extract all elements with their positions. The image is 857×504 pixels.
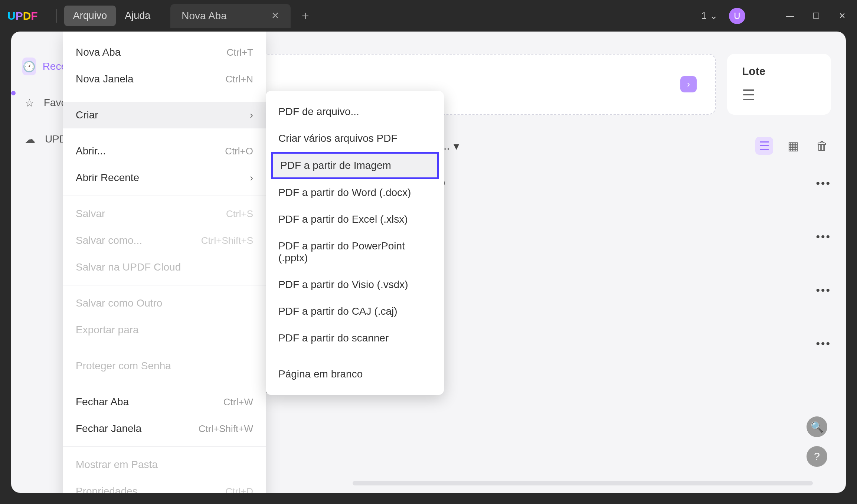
chevron-down-icon: ⌄	[710, 10, 718, 22]
menu-item-exportar: Exportar para	[63, 317, 266, 343]
divider	[764, 9, 764, 23]
more-icon[interactable]: •••	[816, 177, 831, 190]
menu-item-nova-aba[interactable]: Nova Aba Ctrl+T	[63, 39, 266, 66]
sidebar-item-recent[interactable]: 🕐 Rece	[22, 58, 67, 75]
more-icon[interactable]: •••	[816, 337, 831, 350]
submenu-pagina-branco[interactable]: Página em branco	[266, 361, 444, 387]
cloud-icon: ☁	[22, 130, 38, 148]
help-icon: ?	[814, 451, 820, 462]
batch-card[interactable]: Lote ☰	[727, 54, 831, 115]
shortcut: Ctrl+O	[225, 145, 253, 157]
separator	[63, 133, 266, 133]
indicator-dot	[11, 91, 16, 95]
more-icon[interactable]: •••	[816, 230, 831, 243]
batch-title: Lote	[742, 65, 816, 78]
submenu-pdf-powerpoint[interactable]: PDF a partir do PowerPoint (.pptx)	[266, 233, 444, 271]
file-menu-dropdown: Nova Aba Ctrl+T Nova Janela Ctrl+N Criar…	[63, 32, 266, 493]
chevron-down-icon: ▾	[454, 140, 459, 153]
shortcut: Ctrl+Shift+S	[201, 235, 253, 246]
separator	[273, 356, 436, 356]
clock-icon: 🕐	[22, 58, 36, 75]
separator	[63, 97, 266, 97]
divider	[56, 9, 57, 23]
menu-item-salvar-como: Salvar como... Ctrl+Shift+S	[63, 227, 266, 254]
view-grid-button[interactable]: ▦	[784, 137, 802, 155]
submenu-varios-pdf[interactable]: Criar vários arquivos PDF	[266, 125, 444, 152]
menu-item-propriedades: Propriedades... Ctrl+D	[63, 478, 266, 493]
titlebar: UPDF Arquivo Ajuda Nova Aba ✕ + 1 ⌄ U — …	[0, 0, 857, 32]
menu-item-proteger: Proteger com Senha	[63, 353, 266, 379]
close-icon[interactable]: ✕	[271, 10, 279, 22]
submenu-pdf-caj[interactable]: PDF a partir do CAJ (.caj)	[266, 298, 444, 325]
menu-item-salvar-cloud: Salvar na UPDF Cloud	[63, 254, 266, 281]
menu-item-salvar: Salvar Ctrl+S	[63, 200, 266, 227]
menu-item-fechar-janela[interactable]: Fechar Janela Ctrl+Shift+W	[63, 415, 266, 442]
shortcut: Ctrl+Shift+W	[199, 423, 253, 435]
arrow-right-icon: ›	[680, 76, 697, 92]
shortcut: Ctrl+D	[226, 486, 253, 493]
menu-item-criar[interactable]: Criar ›	[63, 102, 266, 128]
separator	[63, 348, 266, 348]
star-icon: ☆	[22, 94, 37, 112]
app-logo: UPDF	[7, 10, 38, 22]
submenu-pdf-word[interactable]: PDF a partir do Word (.docx)	[266, 179, 444, 206]
submenu-pdf-excel[interactable]: PDF a partir do Excel (.xlsx)	[266, 206, 444, 233]
sidebar-item-favorites[interactable]: ☆ Favo	[22, 94, 67, 112]
maximize-button[interactable]: ☐	[809, 11, 824, 21]
menu-item-abrir-recente[interactable]: Abrir Recente ›	[63, 164, 266, 191]
more-icon[interactable]: •••	[816, 284, 831, 297]
menu-item-fechar-aba[interactable]: Fechar Aba Ctrl+W	[63, 389, 266, 415]
menu-item-mostrar-pasta: Mostrar em Pasta	[63, 451, 266, 478]
shortcut: Ctrl+W	[223, 396, 253, 408]
submenu-pdf-visio[interactable]: PDF a partir do Visio (.vsdx)	[266, 271, 444, 298]
chevron-right-icon: ›	[250, 109, 253, 121]
separator	[63, 446, 266, 447]
stack-icon: ☰	[742, 86, 816, 104]
shortcut: Ctrl+N	[226, 73, 253, 85]
criar-submenu: PDF de arquivo... Criar vários arquivos …	[266, 91, 444, 395]
menu-arquivo[interactable]: Arquivo	[64, 6, 116, 26]
submenu-pdf-scanner[interactable]: PDF a partir do scanner	[266, 325, 444, 351]
menu-item-nova-janela[interactable]: Nova Janela Ctrl+N	[63, 66, 266, 92]
search-fab[interactable]: 🔍	[807, 416, 827, 437]
separator	[63, 285, 266, 285]
horizontal-scrollbar[interactable]	[353, 481, 813, 485]
window-count-dropdown[interactable]: 1 ⌄	[701, 10, 718, 22]
sidebar-item-updf[interactable]: ☁ UPD	[22, 130, 67, 148]
help-fab[interactable]: ?	[807, 446, 827, 467]
delete-button[interactable]: 🗑	[813, 137, 831, 155]
shortcut: Ctrl+S	[226, 208, 253, 220]
minimize-button[interactable]: —	[783, 11, 798, 21]
separator	[63, 196, 266, 196]
tab-label: Nova Aba	[181, 10, 226, 22]
chevron-right-icon: ›	[250, 172, 253, 184]
shortcut: Ctrl+T	[227, 47, 253, 58]
user-avatar[interactable]: U	[729, 8, 745, 24]
menu-item-salvar-outro: Salvar como Outro	[63, 290, 266, 317]
menu-ajuda[interactable]: Ajuda	[116, 6, 159, 26]
view-list-button[interactable]: ☰	[755, 137, 773, 155]
menu-item-abrir[interactable]: Abrir... Ctrl+O	[63, 138, 266, 164]
separator	[63, 384, 266, 384]
add-tab-button[interactable]: +	[302, 9, 309, 23]
close-button[interactable]: ✕	[835, 11, 850, 21]
submenu-pdf-arquivo[interactable]: PDF de arquivo...	[266, 98, 444, 125]
search-icon: 🔍	[811, 421, 824, 433]
submenu-pdf-imagem[interactable]: PDF a partir de Imagem	[271, 152, 439, 179]
tab-nova-aba[interactable]: Nova Aba ✕	[170, 4, 290, 28]
